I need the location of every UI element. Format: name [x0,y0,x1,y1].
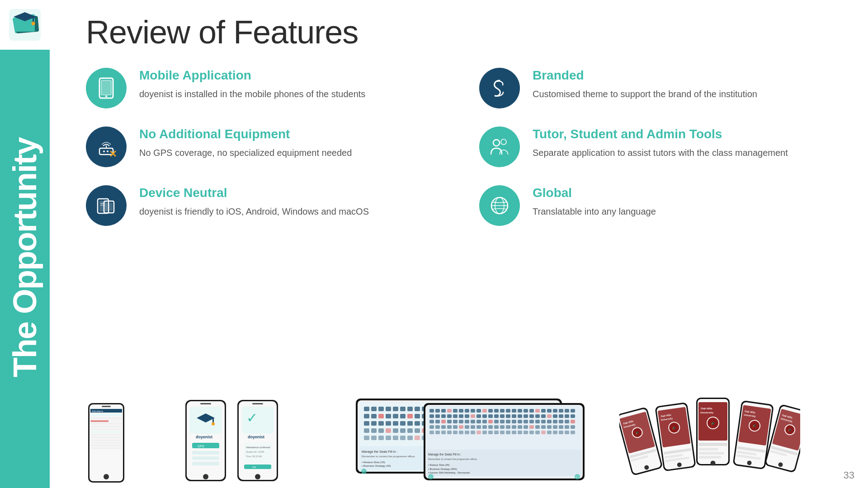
svg-rect-246 [429,414,434,418]
svg-rect-131 [371,421,377,426]
svg-rect-264 [535,414,540,418]
svg-rect-137 [415,421,420,426]
svg-rect-267 [553,414,557,418]
svg-rect-340 [541,431,546,434]
devices-section: Attendance [77,384,868,483]
svg-rect-255 [482,414,487,418]
global-title: Global [533,185,845,201]
svg-rect-322 [435,431,440,434]
svg-text:GPS: GPS [198,445,204,448]
tutor-tools-icon [488,136,511,158]
svg-rect-41 [90,436,122,438]
svg-rect-160 [393,428,398,433]
svg-rect-81 [386,407,391,411]
svg-rect-298 [441,425,446,429]
branded-icon [488,77,511,99]
svg-rect-275 [453,420,458,423]
svg-rect-237 [524,409,528,413]
svg-rect-226 [459,409,463,413]
svg-rect-288 [529,420,534,423]
svg-rect-304 [476,425,481,429]
svg-rect-269 [565,414,569,418]
svg-rect-162 [407,428,413,433]
svg-rect-61 [200,403,211,404]
svg-rect-270 [571,414,575,418]
phone-doyenist-1: doyenist GPS [183,398,228,483]
feature-branded: Branded Customised theme to support the … [479,68,845,108]
svg-rect-74 [252,403,263,404]
svg-text:Attendance: Attendance [92,410,104,413]
svg-rect-319 [565,425,569,429]
svg-rect-300 [453,425,458,429]
svg-rect-279 [476,420,481,423]
svg-text:🎓: 🎓 [711,421,715,426]
svg-rect-161 [400,428,406,433]
svg-rect-341 [547,431,552,434]
svg-text:• Reduce Slots (45): • Reduce Slots (45) [362,461,385,464]
mobile-icon [95,77,118,99]
svg-rect-36 [90,423,122,425]
svg-rect-389 [698,452,724,455]
svg-rect-289 [535,420,540,423]
svg-rect-309 [506,425,510,429]
tutor-tools-desc: Separate application to assist tutors wi… [533,145,845,160]
phone-group-single: Attendance [86,402,127,483]
svg-rect-109 [400,414,406,418]
svg-text:University: University [700,411,714,414]
page-title: Review of Features [86,14,358,51]
svg-point-391 [711,461,716,466]
svg-rect-104 [364,414,369,418]
svg-rect-301 [459,425,463,429]
device-neutral-content: Device Neutral doyenist is friendly to i… [139,185,452,219]
svg-rect-34 [90,420,108,422]
svg-rect-265 [541,414,546,418]
svg-text:OK: OK [252,466,256,469]
svg-text:doyenist: doyenist [248,435,264,439]
svg-rect-277 [465,420,469,423]
svg-rect-284 [506,420,510,423]
svg-rect-302 [465,425,469,429]
svg-rect-85 [415,407,420,411]
svg-rect-135 [400,421,406,426]
svg-rect-32 [90,413,122,416]
svg-rect-256 [488,414,493,418]
svg-rect-133 [386,421,391,426]
svg-text:doyenist: doyenist [196,435,212,439]
svg-rect-337 [524,431,528,434]
svg-point-46 [104,474,109,479]
svg-rect-227 [465,409,469,413]
svg-rect-316 [547,425,552,429]
svg-rect-239 [535,409,540,413]
svg-point-352 [428,474,434,479]
svg-point-213 [361,469,367,474]
logo-icon [7,7,43,43]
svg-text:Student ID: 12345: Student ID: 12345 [246,450,264,453]
svg-rect-158 [378,428,384,433]
phone-group-branded: Oak Hills University 🎓 Oak Hills [619,393,800,483]
svg-rect-79 [371,407,377,411]
svg-rect-245 [571,409,575,413]
svg-rect-276 [459,420,463,423]
svg-rect-107 [386,414,391,418]
svg-rect-108 [393,414,398,418]
svg-rect-249 [447,414,452,418]
svg-rect-37 [90,426,122,427]
device-neutral-icon [95,194,118,217]
svg-rect-39 [90,431,122,433]
svg-rect-229 [476,409,481,413]
svg-rect-311 [518,425,522,429]
svg-rect-243 [559,409,563,413]
features-grid: Mobile Application doyenist is installed… [86,68,845,226]
page-number: 33 [844,469,854,481]
svg-rect-318 [559,425,563,429]
svg-rect-240 [541,409,546,413]
svg-rect-38 [90,428,122,430]
svg-rect-42 [90,439,122,441]
svg-rect-326 [459,431,463,434]
tablet-front: Manage the Seats Fill In : Remember to c… [423,402,585,481]
svg-rect-281 [488,420,493,423]
device-neutral-title: Device Neutral [139,185,452,201]
sidebar-label: The Opportunity [0,54,50,461]
device-neutral-icon-circle [86,185,127,226]
tutor-tools-icon-circle [479,127,520,167]
